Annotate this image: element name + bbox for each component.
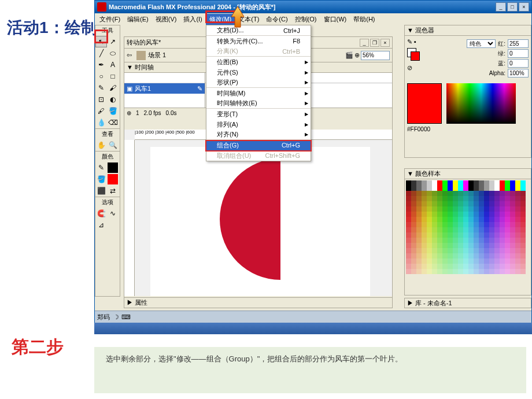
eraser-tool[interactable]: ⌫ xyxy=(107,117,119,128)
layer-name: 风车1 xyxy=(135,84,151,93)
maximize-button[interactable]: □ xyxy=(507,2,518,12)
menu-commands[interactable]: 命令(C) xyxy=(263,14,291,25)
swap-colors[interactable]: ⇄ xyxy=(107,185,119,197)
color-spectrum[interactable] xyxy=(446,83,516,124)
library-panel[interactable]: ▶ 库 - 未命名-1 xyxy=(404,298,531,308)
line-tool[interactable]: ╱ xyxy=(95,47,107,59)
scene-name[interactable]: 场景 1 xyxy=(148,51,166,60)
time-value: 0.0s xyxy=(166,110,177,116)
paintbucket-tool[interactable]: 🪣 xyxy=(107,105,119,117)
gradient-tool[interactable]: ◐ xyxy=(107,94,119,105)
stroke-color[interactable]: ✎ xyxy=(95,162,107,173)
ime-label: 郑码 xyxy=(97,313,110,322)
menu-control[interactable]: 控制(O) xyxy=(291,14,320,25)
frame-number: 1 xyxy=(136,110,139,116)
toolbox-title: 工具 xyxy=(95,25,120,36)
text-tool[interactable]: A xyxy=(107,59,119,71)
back-icon[interactable]: ⇦ xyxy=(127,51,132,59)
properties-panel[interactable]: ▶ 属性 xyxy=(124,297,392,308)
close-button[interactable]: × xyxy=(519,2,529,12)
pencil-icon[interactable]: ✎ ▪ xyxy=(407,38,430,46)
snap-option[interactable]: 🧲 xyxy=(95,208,107,219)
edit-scene-icon[interactable]: 🎬 xyxy=(345,51,353,59)
menu-file[interactable]: 文件(F) xyxy=(96,14,124,25)
menu-insert[interactable]: 插入(I) xyxy=(180,14,205,25)
blue-input[interactable] xyxy=(508,59,529,68)
instruction-text: 选中剩余部分，选择"修改——组合（Group）"，把组合后的部分作为风车的第一个… xyxy=(106,354,515,364)
dd-timeline[interactable]: 时间轴(M) xyxy=(206,88,311,98)
stage[interactable] xyxy=(150,147,370,296)
dd-document[interactable]: 文档(D)...Ctrl+J xyxy=(206,25,311,36)
dd-bitmap[interactable]: 位图(B) xyxy=(206,57,311,67)
hand-tool[interactable]: ✋ xyxy=(95,139,107,151)
oval-tool[interactable]: ○ xyxy=(95,71,107,82)
subselection-tool[interactable]: ↗ xyxy=(107,36,119,47)
options-section-label: 选项 xyxy=(95,197,120,208)
inkbottle-tool[interactable]: 🖋 xyxy=(95,105,107,117)
smooth-option[interactable]: ∿ xyxy=(107,208,119,219)
dd-shape[interactable]: 形状(P) xyxy=(206,77,311,88)
step-label: 第二步 xyxy=(12,335,64,359)
minimize-button[interactable]: _ xyxy=(496,2,506,12)
pen-tool[interactable]: ✒ xyxy=(95,59,107,71)
stroke-fill-control[interactable] xyxy=(407,48,421,62)
color-swatches-panel: ▼ 颜色样本 xyxy=(404,168,531,295)
instruction-panel: 选中剩余部分，选择"修改——组合（Group）"，把组合后的部分作为风车的第一个… xyxy=(94,347,526,393)
brush-tool[interactable]: 🖌 xyxy=(107,82,119,94)
titlebar: Macromedia Flash MX Professional 2004 - … xyxy=(95,1,531,13)
menu-window[interactable]: 窗口(W) xyxy=(320,14,350,25)
modify-dropdown: 文档(D)...Ctrl+J 转换为元件(C)...F8 分离(K)Ctrl+B… xyxy=(206,25,311,161)
half-circle-shape[interactable] xyxy=(220,158,280,280)
color-mixer-panel: ▼ 混色器 ✎ ▪ ⊘ 纯色红: 绿: 蓝: Alpha: #FF0000 xyxy=(404,25,531,158)
red-input[interactable] xyxy=(508,39,529,48)
menubar: 文件(F) 编辑(E) 视图(V) 插入(I) 修改(M) 文本(T) 命令(C… xyxy=(95,13,531,25)
eyedropper-tool[interactable]: 💧 xyxy=(95,117,107,128)
swatch-grid[interactable] xyxy=(405,179,531,275)
zoom-tool[interactable]: 🔍 xyxy=(107,139,119,151)
dd-symbol[interactable]: 元件(S) xyxy=(206,67,311,77)
ime-moon-icon[interactable]: ☽ xyxy=(113,313,119,321)
fps-value: 2.0 fps xyxy=(144,110,161,116)
menu-view[interactable]: 视图(V) xyxy=(152,14,180,25)
green-input[interactable] xyxy=(508,49,529,58)
no-color-icon[interactable]: ⊘ xyxy=(407,64,430,72)
layer-row[interactable]: ▣ 风车1 ✎ xyxy=(124,83,205,94)
pencil-tool[interactable]: ✎ xyxy=(95,82,107,94)
default-colors[interactable]: ⬛ xyxy=(95,185,107,197)
doc-close[interactable]: × xyxy=(380,39,390,47)
dd-convert-symbol[interactable]: 转换为元件(C)...F8 xyxy=(206,36,311,46)
dd-align[interactable]: 对齐(N) xyxy=(206,130,311,140)
add-layer-icon[interactable]: ⊕ xyxy=(127,110,131,116)
doc-minimize[interactable]: _ xyxy=(360,39,369,47)
alpha-input[interactable] xyxy=(508,69,529,77)
swatches-title[interactable]: ▼ 颜色样本 xyxy=(405,169,531,179)
fill-type-select[interactable]: 纯色 xyxy=(467,39,496,48)
dd-group[interactable]: 组合(G)Ctrl+G xyxy=(206,140,311,150)
ime-keyboard-icon[interactable]: ⌨ xyxy=(121,313,131,321)
window-title: Macromedia Flash MX Professional 2004 - … xyxy=(109,3,496,12)
fill-box[interactable] xyxy=(411,51,420,61)
edit-symbols-icon[interactable]: ⊕ xyxy=(354,51,360,59)
mixer-title[interactable]: ▼ 混色器 xyxy=(405,25,531,36)
dd-arrange[interactable]: 排列(A) xyxy=(206,119,311,130)
menu-help[interactable]: 帮助(H) xyxy=(350,14,378,25)
dd-transform[interactable]: 变形(T) xyxy=(206,109,311,119)
fill-swatch[interactable] xyxy=(107,173,119,185)
flash-window: Macromedia Flash MX Professional 2004 - … xyxy=(94,0,532,324)
b-label: 蓝: xyxy=(498,60,505,68)
r-label: 红: xyxy=(498,40,505,48)
fill-color[interactable]: 🪣 xyxy=(95,173,107,185)
menu-edit[interactable]: 编辑(E) xyxy=(124,14,152,25)
straighten-option[interactable]: ⊿ xyxy=(95,219,107,231)
menu-text[interactable]: 文本(T) xyxy=(235,14,263,25)
dd-timeline-effects[interactable]: 时间轴特效(E) xyxy=(206,98,311,109)
hex-value[interactable]: #FF0000 xyxy=(407,126,442,132)
rectangle-tool[interactable]: □ xyxy=(107,71,119,82)
zoom-input[interactable] xyxy=(361,51,390,60)
lasso-tool[interactable]: ⬭ xyxy=(107,47,119,59)
menu-modify[interactable]: 修改(M) xyxy=(206,14,235,25)
doc-restore[interactable]: ❐ xyxy=(370,39,379,47)
stroke-swatch[interactable] xyxy=(107,162,119,173)
selection-tool[interactable]: ↖ xyxy=(95,36,107,47)
transform-tool[interactable]: ⊡ xyxy=(95,94,107,105)
